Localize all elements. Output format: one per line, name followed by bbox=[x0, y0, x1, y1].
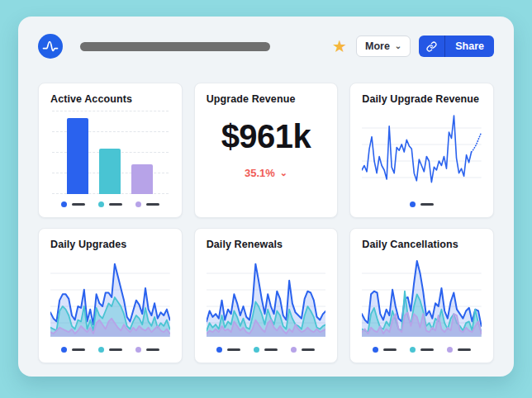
legend-item[interactable] bbox=[135, 347, 159, 353]
legend-item[interactable] bbox=[254, 347, 278, 353]
legend-dot bbox=[135, 347, 141, 353]
legend-dot bbox=[98, 347, 104, 353]
bar-series-3[interactable] bbox=[131, 164, 153, 194]
link-icon bbox=[426, 41, 437, 52]
legend-dot bbox=[61, 347, 67, 353]
card-upgrade-revenue[interactable]: Upgrade Revenue $961k 35.1% ⌄ bbox=[194, 83, 339, 218]
legend-dot bbox=[61, 201, 67, 207]
legend-item[interactable] bbox=[447, 347, 471, 353]
chart-legend bbox=[50, 343, 170, 356]
legend-item[interactable] bbox=[98, 201, 122, 207]
chart-legend bbox=[50, 197, 170, 211]
legend-item[interactable] bbox=[216, 347, 240, 353]
card-title: Daily Upgrade Revenue bbox=[362, 93, 482, 105]
amplitude-wave-icon bbox=[40, 36, 60, 56]
legend-item[interactable] bbox=[61, 201, 85, 207]
area-chart[interactable] bbox=[50, 257, 170, 339]
screen-background: ★ More ⌄ Share Active Accounts bbox=[0, 0, 532, 398]
card-title: Upgrade Revenue bbox=[207, 93, 326, 105]
legend-item[interactable] bbox=[98, 347, 122, 353]
card-title: Daily Cancellations bbox=[362, 239, 482, 250]
card-active-accounts[interactable]: Active Accounts bbox=[38, 83, 183, 218]
amplitude-logo[interactable] bbox=[38, 34, 63, 59]
cards-grid: Active Accounts Upgrade Revenue $961k 35… bbox=[38, 83, 494, 363]
kpi-change[interactable]: 35.1% ⌄ bbox=[207, 167, 326, 179]
chevron-down-icon: ⌄ bbox=[395, 42, 401, 50]
more-button[interactable]: More ⌄ bbox=[356, 36, 411, 57]
legend-label-redacted bbox=[264, 348, 278, 351]
chart-legend bbox=[362, 343, 482, 356]
card-title: Active Accounts bbox=[50, 93, 170, 105]
line-chart[interactable] bbox=[362, 111, 482, 194]
topbar: ★ More ⌄ Share bbox=[38, 33, 494, 59]
legend-label-redacted bbox=[146, 203, 159, 206]
card-daily-upgrades[interactable]: Daily Upgrades bbox=[38, 228, 183, 363]
legend-label-redacted bbox=[72, 348, 85, 351]
kpi-value: $961k bbox=[207, 118, 326, 155]
chart-legend bbox=[207, 343, 326, 356]
legend-dot bbox=[135, 201, 141, 207]
card-title: Daily Renewals bbox=[207, 239, 326, 250]
legend-label-redacted bbox=[302, 348, 315, 351]
chevron-down-icon: ⌄ bbox=[280, 168, 287, 178]
dashboard-title-placeholder bbox=[80, 42, 270, 51]
card-daily-cancellations[interactable]: Daily Cancellations bbox=[349, 228, 494, 363]
legend-dot bbox=[373, 347, 378, 353]
legend-label-redacted bbox=[420, 203, 434, 206]
legend-item[interactable] bbox=[410, 201, 434, 207]
share-button-label[interactable]: Share bbox=[445, 36, 494, 57]
legend-label-redacted bbox=[420, 348, 434, 351]
bar-series-2[interactable] bbox=[99, 149, 121, 194]
legend-item[interactable] bbox=[410, 347, 434, 353]
legend-label-redacted bbox=[146, 348, 159, 351]
legend-label-redacted bbox=[458, 348, 471, 351]
legend-label-redacted bbox=[109, 348, 122, 351]
card-title: Daily Upgrades bbox=[50, 239, 170, 250]
card-daily-upgrade-revenue[interactable]: Daily Upgrade Revenue bbox=[349, 83, 494, 218]
chart-legend bbox=[362, 197, 482, 211]
legend-label-redacted bbox=[383, 348, 397, 351]
legend-dot bbox=[216, 347, 222, 353]
more-button-label: More bbox=[365, 40, 390, 52]
legend-dot bbox=[254, 347, 259, 353]
dashboard-panel: ★ More ⌄ Share Active Accounts bbox=[18, 17, 514, 377]
bar-series-1[interactable] bbox=[67, 118, 88, 194]
legend-dot bbox=[447, 347, 453, 353]
legend-item[interactable] bbox=[373, 347, 397, 353]
legend-dot bbox=[410, 347, 416, 353]
share-button[interactable]: Share bbox=[419, 36, 494, 57]
star-icon[interactable]: ★ bbox=[332, 38, 347, 54]
legend-label-redacted bbox=[109, 203, 122, 206]
copy-link-button[interactable] bbox=[419, 36, 445, 57]
legend-dot bbox=[291, 347, 297, 353]
legend-label-redacted bbox=[72, 203, 85, 206]
legend-dot bbox=[98, 201, 104, 207]
kpi-change-value: 35.1% bbox=[245, 167, 275, 179]
legend-item[interactable] bbox=[61, 347, 85, 353]
legend-label-redacted bbox=[227, 348, 240, 351]
bar-chart[interactable] bbox=[50, 111, 170, 194]
area-chart[interactable] bbox=[362, 257, 482, 339]
legend-dot bbox=[410, 201, 416, 207]
card-daily-renewals[interactable]: Daily Renewals bbox=[194, 228, 339, 363]
legend-item[interactable] bbox=[291, 347, 315, 353]
bar-group bbox=[50, 111, 170, 194]
area-chart[interactable] bbox=[207, 257, 326, 339]
legend-item[interactable] bbox=[135, 201, 159, 207]
